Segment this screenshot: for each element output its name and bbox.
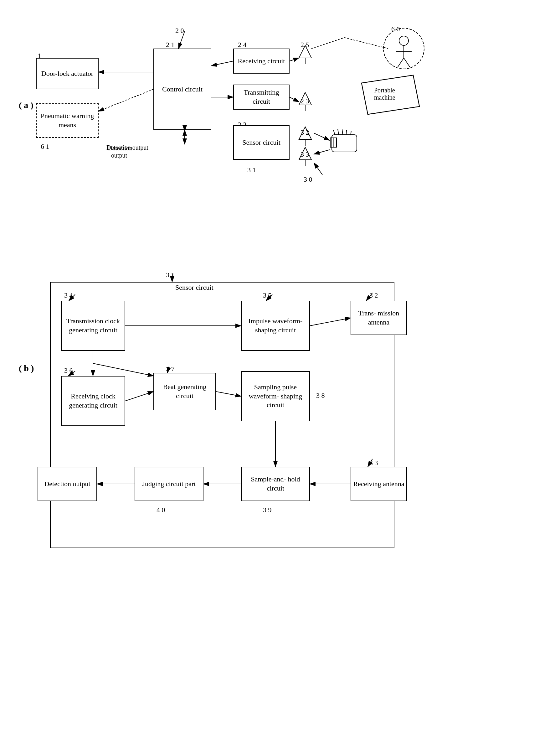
svg-text:output: output	[111, 152, 127, 159]
ref-37: 3 7	[166, 365, 175, 373]
receiving-clock-box: Receiving clock generating circuit	[61, 376, 125, 426]
sampling-pulse-box: Sampling pulse waveform- shaping circuit	[241, 371, 310, 421]
ref-23: 2 3	[300, 97, 309, 105]
svg-rect-34	[332, 135, 357, 152]
ref-31-a: 3 1	[247, 166, 256, 174]
svg-line-43	[314, 150, 330, 154]
control-circuit-box: Control circuit	[153, 49, 211, 130]
svg-line-42	[314, 133, 330, 140]
svg-line-44	[314, 163, 322, 175]
svg-line-45	[99, 89, 153, 111]
transmitting-circuit-box: Transmitting circuit	[233, 85, 289, 110]
transmission-antenna-box: Trans- mission antenna	[351, 301, 407, 335]
diagram-container: ( a ) 2 0 Door-lock actuator 1 Control c…	[0, 0, 560, 743]
section-a-label: ( a )	[19, 100, 34, 110]
svg-point-25	[383, 28, 424, 69]
svg-line-30	[404, 58, 410, 67]
svg-marker-31	[362, 75, 419, 114]
ref-1: 1	[38, 52, 41, 60]
sample-hold-box: Sample-and- hold circuit	[241, 467, 310, 501]
svg-line-37	[342, 129, 343, 135]
section-b-label: ( b )	[19, 363, 34, 374]
svg-rect-40	[330, 138, 336, 147]
ref-33-a: 3 3	[300, 150, 309, 159]
judging-circuit-box: Judging circuit part	[135, 467, 203, 501]
svg-text:Portable: Portable	[374, 87, 395, 94]
ref-31-b: 3 1	[166, 271, 175, 279]
door-lock-actuator-box: Door-lock actuator	[36, 58, 99, 89]
svg-line-39	[351, 131, 351, 135]
ref-38: 3 8	[316, 392, 325, 400]
receiving-antenna-box: Receiving antenna	[351, 467, 407, 501]
beat-generating-box: Beat generating circuit	[153, 373, 216, 410]
ref-39: 3 9	[263, 506, 272, 514]
ref-10: 1 0	[398, 92, 406, 100]
ref-24: 2 4	[238, 41, 247, 49]
svg-point-26	[399, 36, 409, 45]
ref-35: 3 5	[263, 291, 272, 300]
svg-line-24	[344, 38, 388, 49]
sensor-circuit-b-label: Sensor circuit	[175, 283, 214, 292]
ref-60: 6 0	[391, 25, 400, 33]
svg-line-36	[338, 129, 339, 135]
ref-30: 3 0	[304, 175, 312, 183]
ref-33-b: 3 3	[369, 459, 378, 467]
detection-output-label-a: Detection output	[106, 144, 148, 151]
svg-line-22	[289, 97, 299, 102]
impulse-waveform-box: Impulse waveform- shaping circuit	[241, 301, 310, 351]
sensor-circuit-box-a: Sensor circuit	[233, 125, 289, 160]
ref-34: 3 4	[64, 291, 73, 300]
svg-line-4	[211, 61, 233, 66]
svg-line-35	[333, 130, 335, 135]
svg-text:machine: machine	[374, 94, 395, 101]
ref-25: 2 5	[300, 41, 309, 49]
detection-output-box-b: Detection output	[38, 467, 97, 501]
ref-40: 4 0	[156, 506, 165, 514]
receiving-circuit-box: Receiving circuit	[233, 49, 289, 74]
transmission-clock-box: Transmission clock generating circuit	[61, 301, 125, 351]
ref-20: 2 0	[175, 27, 184, 35]
ref-32-b: 3 2	[369, 291, 378, 300]
ref-36: 3 6	[64, 366, 73, 375]
pneumatic-warning-box: Pneumatic warning means	[36, 103, 99, 138]
svg-line-23	[312, 38, 344, 49]
ref-32-a: 3 2	[300, 128, 309, 137]
svg-line-38	[346, 130, 347, 135]
svg-line-21	[289, 58, 299, 61]
svg-line-29	[398, 58, 404, 67]
ref-61: 6 1	[41, 142, 49, 151]
ref-21: 2 1	[166, 41, 175, 49]
